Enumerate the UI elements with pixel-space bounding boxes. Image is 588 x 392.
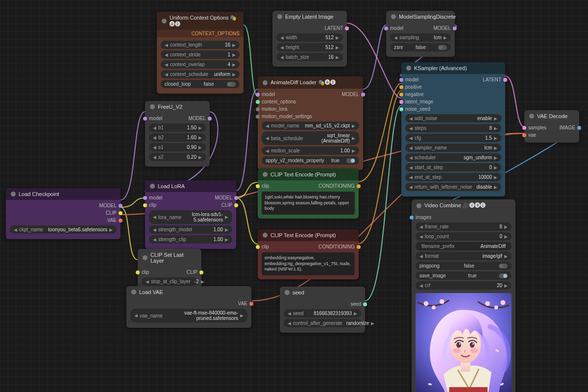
- collapse-icon[interactable]: [162, 19, 167, 24]
- w-batch[interactable]: ◀batch_size16▶: [276, 53, 343, 61]
- node-model-sampling[interactable]: ModelSamplingDiscrete modelMODEL ◀sampli…: [386, 11, 455, 57]
- node-clip-pos[interactable]: CLIP Text Encode (Prompt) clipCONDITIONI…: [258, 169, 359, 219]
- w-sampler-name[interactable]: ◀sampler_namelcm▶: [405, 144, 501, 152]
- in-model[interactable]: [143, 117, 147, 121]
- in-seed[interactable]: [399, 107, 403, 111]
- w-frame-rate[interactable]: ◀frame_rate8▶: [416, 222, 512, 231]
- in-model[interactable]: [384, 26, 388, 30]
- in-samples[interactable]: [522, 126, 526, 130]
- w-seed[interactable]: ◀seed81666382319393▶: [284, 309, 361, 318]
- in-clip[interactable]: [256, 245, 260, 249]
- out-image[interactable]: [577, 126, 581, 130]
- collapse-icon[interactable]: [285, 290, 290, 295]
- w-str-model[interactable]: ◀strength_model1.00▶: [149, 225, 232, 234]
- negprompt-text[interactable]: embedding:easynegative, embedding:ng_dee…: [262, 252, 355, 275]
- collapse-icon[interactable]: [11, 192, 16, 196]
- collapse-icon[interactable]: [150, 184, 155, 189]
- w-ctx-stride[interactable]: ◀context_stride1▶: [161, 50, 240, 59]
- node-clip-neg[interactable]: CLIP Text Encode (Prompt) clipCONDITIONI…: [258, 229, 359, 279]
- collapse-icon[interactable]: [263, 80, 268, 85]
- t-save[interactable]: save_imagetrue: [416, 271, 512, 280]
- collapse-icon[interactable]: [406, 66, 411, 71]
- w-ckpt-name[interactable]: ◀ckpt_nametoonyou_beta6.safetensors▶: [10, 225, 117, 234]
- in-clip[interactable]: [143, 203, 147, 207]
- w-lora-name[interactable]: ◀lora_namelcm-lora-sdv1-5.safetensors▶: [149, 210, 232, 224]
- out-model[interactable]: [208, 117, 212, 121]
- t-closed-loop[interactable]: closed_loopfalse: [161, 80, 240, 88]
- node-ksampler[interactable]: KSampler (Advanced) modelLATENT positive…: [401, 62, 505, 196]
- out-seed[interactable]: [363, 302, 367, 306]
- w-beta[interactable]: ◀beta_schedulesqrt_linear (AnimateDiff)▶: [262, 131, 359, 145]
- node-uniform-context[interactable]: Uniform Context Options 🎭🅐🅓 CONTEXT_OPTI…: [157, 12, 244, 94]
- t-apply-v2[interactable]: apply_v2_models_properlytrue: [262, 156, 359, 165]
- collapse-icon[interactable]: [263, 172, 268, 177]
- in-neg[interactable]: [399, 93, 403, 97]
- out-model[interactable]: [361, 93, 365, 97]
- t-zsnr[interactable]: zsnrfalse: [390, 43, 451, 51]
- collapse-icon[interactable]: [263, 233, 268, 238]
- w-b1[interactable]: ◀b11.50▶: [149, 123, 206, 132]
- out-latent[interactable]: [503, 78, 507, 82]
- w-stop-layer[interactable]: ◀stop_at_clip_layer-2▶: [142, 277, 197, 286]
- w-steps[interactable]: ◀steps8▶: [405, 124, 501, 132]
- w-ctrl-after[interactable]: ◀control_after_generaterandomize▶: [284, 319, 361, 327]
- in-vae[interactable]: [522, 133, 526, 137]
- node-vae-decode[interactable]: VAE Decode samplesIMAGE vae: [524, 110, 579, 143]
- out-cond[interactable]: [357, 245, 361, 249]
- node-video-combine[interactable]: Video Combine 🎥🅥🅗🅢 images ◀frame_rate8▶ …: [412, 199, 515, 392]
- w-ctx-sched[interactable]: ◀context_scheduleuniform▶: [161, 70, 240, 78]
- node-empty-latent[interactable]: Empty Latent Image LATENT ◀width512▶ ◀he…: [272, 11, 347, 67]
- out-model[interactable]: [119, 204, 122, 208]
- w-loop[interactable]: ◀loop_count0▶: [416, 232, 512, 241]
- collapse-icon[interactable]: [529, 114, 534, 119]
- t-pingpong[interactable]: pingpongfalse: [416, 262, 512, 270]
- out-model[interactable]: [234, 196, 238, 200]
- w-ctx-len[interactable]: ◀context_length16▶: [161, 41, 240, 49]
- collapse-icon[interactable]: [391, 14, 396, 19]
- collapse-icon[interactable]: [150, 104, 155, 109]
- out-clip[interactable]: [234, 203, 238, 207]
- in-model[interactable]: [399, 78, 403, 82]
- w-start[interactable]: ◀start_at_step0▶: [405, 163, 501, 172]
- w-width[interactable]: ◀width512▶: [276, 33, 343, 42]
- w-str-clip[interactable]: ◀strength_clip1.00▶: [149, 235, 232, 244]
- in-latent[interactable]: [399, 100, 403, 104]
- w-format[interactable]: ◀formatimage/gif▶: [416, 252, 512, 260]
- in-model[interactable]: [143, 196, 147, 200]
- w-prefix[interactable]: filename_prefixAnimateDiff: [416, 242, 512, 250]
- out-model[interactable]: [453, 26, 457, 30]
- w-cfg[interactable]: ◀cfg1.5▶: [405, 134, 501, 142]
- w-s2[interactable]: ◀s20.20▶: [149, 153, 206, 161]
- node-animatediff[interactable]: AnimateDiff Loader 🎭🅐🅓 modelMODEL contex…: [258, 76, 363, 170]
- node-load-checkpoint[interactable]: Load Checkpoint MODEL CLIP VAE ◀ckpt_nam…: [6, 188, 121, 239]
- in-mms[interactable]: [256, 115, 260, 119]
- w-s1[interactable]: ◀s10.90▶: [149, 143, 206, 151]
- w-model-name[interactable]: ◀model_namemm_sd_v15_v2.ckpt▶: [262, 122, 359, 130]
- w-crf[interactable]: ◀crf20▶: [416, 281, 512, 290]
- w-vae-name[interactable]: ◀vae_namevae-ft-mse-840000-ema-pruned.sa…: [130, 309, 247, 322]
- out-clip[interactable]: [119, 211, 122, 215]
- in-mlora[interactable]: [256, 107, 260, 111]
- collapse-icon[interactable]: [143, 255, 147, 260]
- node-freeu[interactable]: FreeU_V2 modelMODEL ◀b11.50▶ ◀b21.60▶ ◀s…: [145, 101, 210, 167]
- w-return[interactable]: ◀return_with_leftover_noisedisable▶: [405, 183, 501, 191]
- w-end[interactable]: ◀end_at_step10000▶: [405, 173, 501, 181]
- in-model[interactable]: [256, 93, 260, 97]
- out-cond[interactable]: [357, 184, 361, 188]
- node-seed[interactable]: seed seed ◀seed81666382319393▶ ◀control_…: [280, 287, 365, 333]
- w-b2[interactable]: ◀b21.60▶: [149, 133, 206, 142]
- out-latent[interactable]: [345, 26, 349, 30]
- node-clip-set[interactable]: CLIP Set Last Layer clipCLIP ◀stop_at_cl…: [138, 249, 201, 291]
- in-clip[interactable]: [256, 184, 260, 188]
- collapse-icon[interactable]: [131, 290, 136, 294]
- collapse-icon[interactable]: [277, 14, 282, 19]
- prompt-text[interactable]: 1girl,solo,white hair,blowing hair,cherr…: [262, 192, 355, 215]
- w-ctx-overlap[interactable]: ◀context_overlap4▶: [161, 60, 240, 69]
- w-height[interactable]: ◀height512▶: [276, 43, 343, 51]
- w-mscale[interactable]: ◀motion_scale1.00▶: [262, 147, 359, 155]
- node-load-vae[interactable]: Load VAE VAE ◀vae_namevae-ft-mse-840000-…: [126, 286, 251, 328]
- out-vae[interactable]: [249, 302, 253, 306]
- w-sampling[interactable]: ◀samplinglcm▶: [390, 33, 451, 42]
- w-scheduler[interactable]: ◀schedulersgm_uniform▶: [405, 153, 501, 162]
- out-vae[interactable]: [119, 219, 122, 222]
